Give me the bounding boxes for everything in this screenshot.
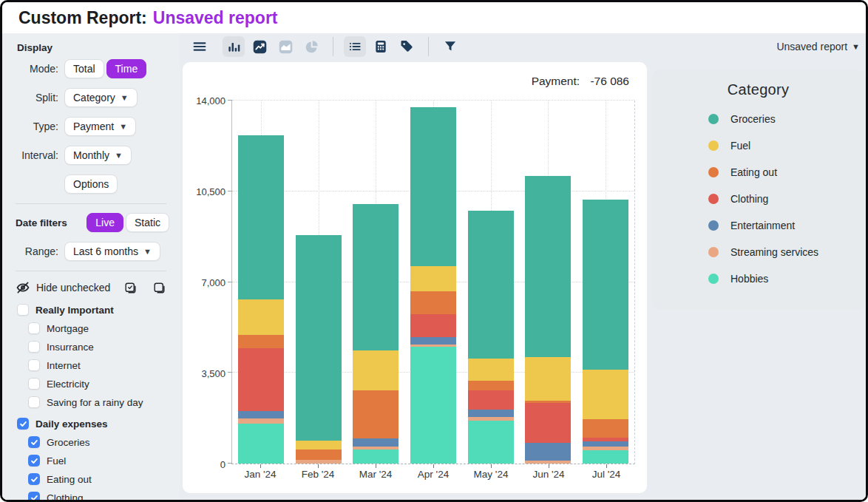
checkbox-unchecked[interactable] xyxy=(28,396,40,408)
bar-segment-entertainment[interactable] xyxy=(410,337,456,345)
bar-segment-clothing[interactable] xyxy=(238,348,284,410)
mode-total-button[interactable]: Total xyxy=(64,59,104,78)
tag-icon[interactable] xyxy=(396,36,418,57)
bar-segment-entertainment[interactable] xyxy=(238,411,284,418)
bar-segment-fuel[interactable] xyxy=(583,370,628,419)
bar-segment-fuel[interactable] xyxy=(296,441,342,450)
range-dropdown[interactable]: Last 6 months▼ xyxy=(64,242,160,261)
payment-label: Payment: xyxy=(532,75,580,87)
check-all-icon[interactable] xyxy=(123,281,138,295)
uncheck-all-icon[interactable] xyxy=(152,281,166,295)
bar-segment-eating-out[interactable] xyxy=(583,419,628,438)
checkbox-unchecked[interactable] xyxy=(17,304,29,316)
stacked-bar-jul-24[interactable] xyxy=(583,200,628,464)
y-tick-label: 14,000 xyxy=(196,95,226,106)
stacked-bar-feb-24[interactable] xyxy=(296,235,342,464)
bar-segment-clothing[interactable] xyxy=(525,403,571,443)
bar-segment-fuel[interactable] xyxy=(410,266,456,291)
stacked-bar-mar-24[interactable] xyxy=(353,204,399,464)
checkbox-checked[interactable] xyxy=(17,418,29,430)
list-icon[interactable] xyxy=(344,36,366,57)
bar-segment-eating-out[interactable] xyxy=(410,291,456,314)
bar-segment-groceries[interactable] xyxy=(410,107,456,267)
stacked-bar-apr-24[interactable] xyxy=(410,107,456,464)
bar-segment-fuel[interactable] xyxy=(353,350,399,390)
bar-segment-hobbies[interactable] xyxy=(468,421,514,464)
hamburger-menu-icon[interactable] xyxy=(189,36,211,57)
x-tick-label: Apr '24 xyxy=(404,469,462,480)
bar-segment-eating-out[interactable] xyxy=(238,335,284,349)
bar-segment-clothing[interactable] xyxy=(410,314,456,337)
legend-item-streaming-services: Streaming services xyxy=(652,239,864,265)
category-item-fuel[interactable]: Fuel xyxy=(28,453,169,468)
area-chart-icon[interactable] xyxy=(274,36,296,57)
bar-segment-hobbies[interactable] xyxy=(583,450,628,464)
bar-segment-eating-out[interactable] xyxy=(296,450,342,459)
interval-dropdown[interactable]: Monthly▼ xyxy=(64,146,132,165)
category-item-insurrance[interactable]: Insurrance xyxy=(28,339,169,354)
date-filters-live-button[interactable]: Live xyxy=(87,213,123,232)
options-button[interactable]: Options xyxy=(64,174,118,194)
checkbox-unchecked[interactable] xyxy=(28,378,40,390)
legend-color-dot xyxy=(708,167,719,177)
bar-segment-groceries[interactable] xyxy=(238,135,284,299)
x-tick-mark xyxy=(606,464,607,468)
bar-segment-entertainment[interactable] xyxy=(583,441,628,447)
bar-segment-fuel[interactable] xyxy=(238,299,284,335)
bar-segment-entertainment[interactable] xyxy=(468,410,514,417)
bar-segment-streaming-services[interactable] xyxy=(238,418,284,424)
checkbox-unchecked[interactable] xyxy=(28,322,40,334)
type-dropdown[interactable]: Payment▼ xyxy=(64,117,136,136)
bar-segment-hobbies[interactable] xyxy=(410,347,456,464)
bar-segment-groceries[interactable] xyxy=(353,204,399,350)
bar-segment-groceries[interactable] xyxy=(525,176,571,357)
category-item-electricity[interactable]: Electricity xyxy=(28,376,169,391)
checkbox-checked[interactable] xyxy=(28,473,40,485)
bar-segment-groceries[interactable] xyxy=(583,200,628,370)
bar-segment-entertainment[interactable] xyxy=(353,438,399,447)
checkbox-checked[interactable] xyxy=(28,492,40,500)
bar-segment-entertainment[interactable] xyxy=(525,443,571,461)
checkbox-unchecked[interactable] xyxy=(28,341,40,353)
legend-title: Category xyxy=(652,81,864,98)
bar-segment-hobbies[interactable] xyxy=(353,450,399,464)
chart-card: Payment: -76 086 03,5007,00010,50014,000… xyxy=(183,62,647,493)
stacked-bar-jan-24[interactable] xyxy=(238,135,284,464)
checkbox-unchecked[interactable] xyxy=(28,359,40,371)
split-dropdown[interactable]: Category▼ xyxy=(64,88,138,107)
stacked-bar-may-24[interactable] xyxy=(468,211,514,464)
bar-segment-fuel[interactable] xyxy=(468,359,514,381)
bar-segment-streaming-services[interactable] xyxy=(296,460,342,464)
report-selector-dropdown[interactable]: Unsaved report ▼ xyxy=(776,41,860,52)
bar-segment-streaming-services[interactable] xyxy=(525,461,571,464)
checkbox-label: Insurrance xyxy=(47,342,94,353)
category-item-clothing[interactable]: Clothing xyxy=(28,490,169,500)
bar-segment-clothing[interactable] xyxy=(468,390,514,410)
mode-time-button[interactable]: Time xyxy=(106,59,147,78)
bar-segment-groceries[interactable] xyxy=(468,211,514,359)
calculator-icon[interactable] xyxy=(370,36,392,57)
checkbox-checked[interactable] xyxy=(28,455,40,467)
category-item-mortgage[interactable]: Mortgage xyxy=(28,321,169,336)
bar-segment-hobbies[interactable] xyxy=(238,424,284,464)
bar-segment-eating-out[interactable] xyxy=(468,381,514,390)
pie-chart-icon[interactable] xyxy=(300,36,322,57)
category-item-internet[interactable]: Internet xyxy=(28,358,169,373)
category-item-groceries[interactable]: Groceries xyxy=(28,435,169,450)
page-title-report-name: Unsaved report xyxy=(153,8,278,28)
hide-unchecked-toggle[interactable]: Hide unchecked xyxy=(16,280,169,295)
bar-chart-icon[interactable] xyxy=(223,36,245,57)
legend-color-dot xyxy=(708,114,719,124)
bar-segment-groceries[interactable] xyxy=(296,235,342,441)
stacked-bar-jun-24[interactable] xyxy=(525,176,571,464)
bar-segment-fuel[interactable] xyxy=(525,357,571,401)
filter-icon[interactable] xyxy=(439,36,461,57)
category-group-daily-expenses[interactable]: Daily expenses xyxy=(17,416,169,431)
bar-segment-eating-out[interactable] xyxy=(353,390,399,438)
date-filters-static-button[interactable]: Static xyxy=(126,213,169,232)
line-chart-icon[interactable] xyxy=(248,36,271,57)
category-item-eating-out[interactable]: Eating out xyxy=(28,472,169,486)
category-group-really-important[interactable]: Really Important xyxy=(17,302,169,317)
category-item-saving-for-a-rainy-day[interactable]: Saving for a rainy day xyxy=(28,395,169,410)
checkbox-checked[interactable] xyxy=(28,436,40,448)
